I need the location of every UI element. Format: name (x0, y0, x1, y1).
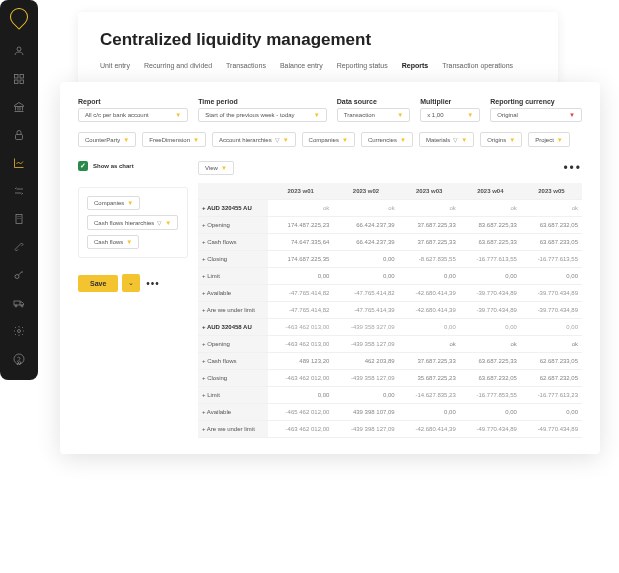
report-label: Report (78, 98, 188, 105)
cell-value: -47.765.414,82 (333, 285, 398, 302)
cell-value: -14.627.835,23 (399, 387, 460, 404)
cell-value: ok (399, 336, 460, 353)
row-label[interactable]: + Limit (198, 387, 268, 404)
filter-chip-account-hierarchies[interactable]: Account hierarchies▽▼ (212, 132, 296, 147)
sidebar: » (0, 0, 38, 380)
row-label[interactable]: + Limit (198, 268, 268, 285)
tools-icon[interactable] (12, 240, 26, 254)
filter-chip-project[interactable]: Project▼ (528, 132, 570, 147)
svg-rect-4 (20, 80, 24, 84)
save-button[interactable]: Save (78, 275, 118, 292)
row-label[interactable]: + AUD 320458 AU (198, 319, 268, 336)
cell-value: -49.770.434,89 (521, 421, 582, 438)
expand-icon[interactable]: » (16, 357, 22, 368)
tab-transaction-operations[interactable]: Transaction operations (442, 62, 513, 69)
logo-icon (6, 4, 31, 29)
reporting-currency-label: Reporting currency (490, 98, 582, 105)
row-label[interactable]: + Are we under limit (198, 421, 268, 438)
cell-value: -42.680.414,39 (399, 285, 460, 302)
row-label[interactable]: + Closing (198, 251, 268, 268)
bank-icon[interactable] (12, 100, 26, 114)
grid-icon[interactable] (12, 72, 26, 86)
cell-value: -39.770.434,89 (521, 302, 582, 319)
row-label[interactable]: + Opening (198, 217, 268, 234)
cell-value: -439 398 127,09 (333, 421, 398, 438)
table-row: + Available-465 462 012,00439 398 107,09… (198, 404, 582, 421)
cell-value: -439 358 127,09 (333, 336, 398, 353)
cell-value: 0,00 (399, 268, 460, 285)
dimension-chip-companies[interactable]: Companies▼ (87, 196, 140, 210)
column-header: 2023 w05 (521, 183, 582, 200)
dimension-chip-cash-flows[interactable]: Cash flows▼ (87, 235, 139, 249)
tab-reporting-status[interactable]: Reporting status (337, 62, 388, 69)
svg-point-7 (15, 275, 19, 279)
dimension-chip-cash-flows-hierarchies[interactable]: Cash flows hierarchies▽▼ (87, 215, 178, 230)
row-label[interactable]: + Opening (198, 336, 268, 353)
chart-icon[interactable] (12, 156, 26, 170)
truck-icon[interactable] (12, 296, 26, 310)
row-label[interactable]: + Available (198, 285, 268, 302)
cell-value: 489 123,20 (268, 353, 333, 370)
svg-rect-6 (16, 215, 22, 224)
filter-chip-freedimension[interactable]: FreeDimension▼ (142, 132, 206, 147)
cell-value: ok (268, 200, 333, 217)
column-header: 2023 w02 (333, 183, 398, 200)
filter-chip-companies[interactable]: Companies▼ (302, 132, 355, 147)
cell-value: 439 398 107,09 (333, 404, 398, 421)
column-header: 2023 w04 (460, 183, 521, 200)
row-label[interactable]: + Closing (198, 370, 268, 387)
cell-value: 66.424.237,39 (333, 234, 398, 251)
cell-value: 83.687.225,33 (460, 217, 521, 234)
transfer-icon[interactable] (12, 184, 26, 198)
lock-icon[interactable] (12, 128, 26, 142)
filter-chip-currencies[interactable]: Currencies▼ (361, 132, 413, 147)
gear-icon[interactable] (12, 324, 26, 338)
building-icon[interactable] (12, 212, 26, 226)
table-more-icon[interactable]: ••• (563, 161, 582, 175)
row-label[interactable]: + AUD 320455 AU (198, 200, 268, 217)
more-actions-icon[interactable]: ••• (146, 278, 160, 289)
column-header: 2023 w03 (399, 183, 460, 200)
row-label[interactable]: + Are we under limit (198, 302, 268, 319)
cell-value: 0,00 (521, 268, 582, 285)
left-panel: ✓ Show as chart Companies▼Cash flows hie… (78, 161, 188, 438)
tabs: Unit entryRecurring and dividedTransacti… (100, 62, 536, 69)
reporting-currency-select[interactable]: Original▼ (490, 108, 582, 122)
save-dropdown-button[interactable]: ⌄ (122, 274, 140, 292)
tab-unit-entry[interactable]: Unit entry (100, 62, 130, 69)
time-period-select[interactable]: Start of the previous week - today▼ (198, 108, 327, 122)
key-icon[interactable] (12, 268, 26, 282)
view-chip[interactable]: View▼ (198, 161, 234, 175)
multiplier-select[interactable]: x 1,00▼ (420, 108, 480, 122)
table-row: + Closing-463 462 012,00-439 358 127,093… (198, 370, 582, 387)
user-icon[interactable] (12, 44, 26, 58)
show-as-chart-toggle[interactable]: ✓ Show as chart (78, 161, 188, 171)
cell-value: -463 462 012,00 (268, 370, 333, 387)
main-card: Report All c/c per bank account▼ Time pe… (60, 82, 600, 454)
tab-reports[interactable]: Reports (402, 62, 428, 69)
data-source-select[interactable]: Transaction▼ (337, 108, 410, 122)
cell-value: -463 462 013,00 (268, 319, 333, 336)
cell-value: 0,00 (333, 268, 398, 285)
table-row: + Closing174.687.225,350,00-8.627.835,55… (198, 251, 582, 268)
cell-value: 0,00 (460, 404, 521, 421)
cell-value: 0,00 (333, 251, 398, 268)
tab-transactions[interactable]: Transactions (226, 62, 266, 69)
row-label[interactable]: + Available (198, 404, 268, 421)
filter-chip-counterparty[interactable]: CounterParty▼ (78, 132, 136, 147)
report-select[interactable]: All c/c per bank account▼ (78, 108, 188, 122)
checkbox-checked-icon: ✓ (78, 161, 88, 171)
cell-value: -39.770.434,89 (521, 285, 582, 302)
cell-value: -439 358 127,09 (333, 370, 398, 387)
cell-value: -47.765.414,82 (268, 302, 333, 319)
filter-chip-materials[interactable]: Materials▽▼ (419, 132, 474, 147)
cell-value: 63.687.225,33 (460, 353, 521, 370)
row-label[interactable]: + Cash flows (198, 353, 268, 370)
row-label[interactable]: + Cash flows (198, 234, 268, 251)
tab-balance-entry[interactable]: Balance entry (280, 62, 323, 69)
cell-value: -16.777.613,55 (521, 251, 582, 268)
filter-chip-origins[interactable]: Origins▼ (480, 132, 522, 147)
svg-point-11 (18, 330, 21, 333)
svg-point-10 (21, 305, 23, 307)
tab-recurring-and-divided[interactable]: Recurring and divided (144, 62, 212, 69)
